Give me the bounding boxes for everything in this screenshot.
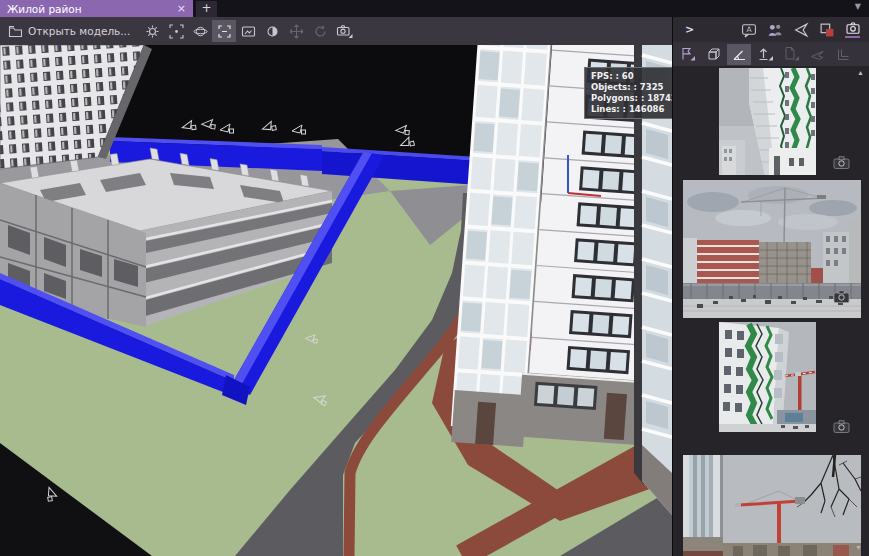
stat-objects: Objects: : 7325: [591, 82, 672, 93]
scroll-down-button[interactable]: ▼: [855, 544, 862, 552]
folder-icon: [8, 24, 23, 39]
panel-header: > A: [673, 17, 869, 42]
photo-thumbnail-4[interactable]: [683, 455, 861, 556]
screenshot-frame-icon[interactable]: [236, 20, 260, 42]
page-icon[interactable]: [779, 44, 803, 65]
section-plan-icon[interactable]: [831, 44, 855, 65]
rotate-view-icon[interactable]: [308, 20, 332, 42]
tab-bar: Жилой район × + ▼: [0, 0, 869, 17]
3d-viewport[interactable]: FPS: : 60 Objects: : 7325 Polygons: : 18…: [0, 45, 672, 556]
tab-title: Жилой район: [7, 3, 173, 15]
section-frame-icon[interactable]: [212, 20, 236, 42]
main-toolbar: Открыть модель...: [0, 17, 672, 45]
angle-measure-icon[interactable]: [727, 44, 751, 65]
tab-close-icon[interactable]: ×: [177, 3, 186, 14]
stat-fps: FPS: : 60: [591, 71, 672, 82]
new-tab-button[interactable]: +: [196, 1, 217, 17]
panel-expand-chevron-icon[interactable]: >: [681, 23, 698, 36]
camera-options-icon[interactable]: [332, 20, 356, 42]
comment-letter: A: [746, 25, 752, 34]
shading-mode-icon[interactable]: [260, 20, 284, 42]
photo-camera-badge-icon: [833, 156, 850, 169]
render-stats-overlay: FPS: : 60 Objects: : 7325 Polygons: : 18…: [584, 67, 672, 119]
photo-camera-badge-icon: [833, 420, 850, 433]
photo-thumbnail-3[interactable]: [719, 322, 816, 432]
model-cube-icon[interactable]: [701, 44, 725, 65]
photo-gallery: ▲ ▼: [673, 66, 869, 556]
open-model-button[interactable]: Открыть модель...: [4, 21, 140, 42]
tabbar-overflow-icon[interactable]: ▼: [855, 2, 861, 11]
document-tab[interactable]: Жилой район ×: [0, 0, 193, 17]
camera-panel-icon[interactable]: [843, 19, 862, 40]
flyover-icon[interactable]: [805, 44, 829, 65]
photo-camera-badge-icon: [833, 290, 850, 303]
photos-panel: > A: [672, 17, 869, 556]
elevation-arrow-icon[interactable]: [753, 44, 777, 65]
application-window: Жилой район × + ▼ Открыть модель...: [0, 0, 869, 556]
send-icon[interactable]: [791, 19, 810, 40]
pan-icon[interactable]: [284, 20, 308, 42]
scroll-up-button[interactable]: ▲: [857, 69, 864, 77]
settings-gear-icon[interactable]: [140, 20, 164, 42]
stat-polygons: Polygons: : 187424: [591, 93, 672, 104]
orbit-icon[interactable]: [188, 20, 212, 42]
camera-active-underline: [845, 36, 860, 38]
collaborators-icon[interactable]: [765, 19, 784, 40]
open-model-label: Открыть модель...: [28, 25, 130, 37]
photo-thumbnail-1[interactable]: [719, 68, 816, 175]
stat-lines: Lines: : 146086: [591, 104, 672, 115]
fit-view-icon[interactable]: [164, 20, 188, 42]
comments-icon[interactable]: A: [739, 19, 758, 40]
photo-toolbar: [673, 42, 869, 66]
layers-icon[interactable]: [817, 19, 836, 40]
placemark-icon[interactable]: [675, 44, 699, 65]
